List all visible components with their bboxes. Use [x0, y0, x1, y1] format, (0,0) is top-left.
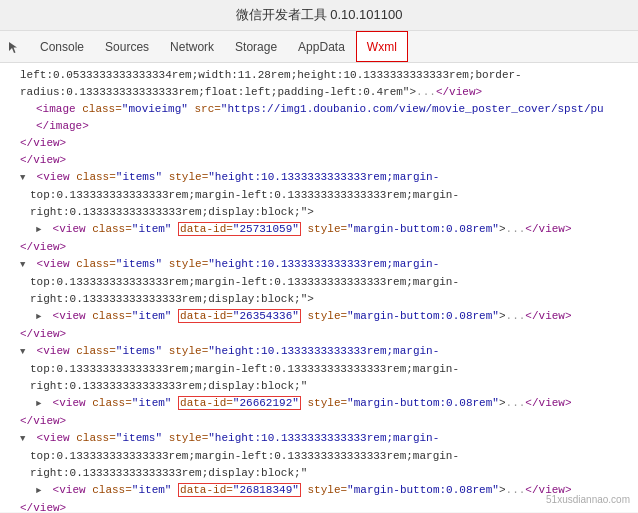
tab-appdata[interactable]: AppData: [288, 31, 356, 62]
code-line: <view class="item" data-id="26354336" st…: [0, 308, 638, 326]
code-line: top:0.133333333333333rem;margin-left:0.1…: [0, 361, 638, 378]
title-bar: 微信开发者工具 0.10.101100: [0, 0, 638, 31]
code-panel: left:0.0533333333333334rem;width:11.28re…: [0, 63, 638, 512]
code-line: right:0.133333333333333rem;display:block…: [0, 291, 638, 308]
cursor-icon[interactable]: [4, 37, 24, 57]
code-line: left:0.0533333333333334rem;width:11.28re…: [0, 67, 638, 84]
code-line: right:0.133333333333333rem;display:block…: [0, 378, 638, 395]
data-id-highlight: data-id="25731059": [178, 222, 301, 236]
code-line: <view class="item" data-id="26662192" st…: [0, 395, 638, 413]
code-line: </view>: [0, 326, 638, 343]
code-line: <view class="item" data-id="25731059" st…: [0, 221, 638, 239]
code-line: <view class="items" style="height:10.133…: [0, 430, 638, 448]
tab-sources[interactable]: Sources: [95, 31, 160, 62]
code-line: </view>: [0, 500, 638, 512]
data-id-highlight: data-id="26818349": [178, 483, 301, 497]
toolbar: Console Sources Network Storage AppData …: [0, 31, 638, 63]
code-line: <image class="movieimg" src="https://img…: [0, 101, 638, 118]
code-line: <view class="items" style="height:10.133…: [0, 343, 638, 361]
watermark: 51xusdiannao.com: [546, 494, 630, 505]
tab-storage[interactable]: Storage: [225, 31, 288, 62]
data-id-highlight: data-id="26662192": [178, 396, 301, 410]
tab-bar: Console Sources Network Storage AppData …: [30, 31, 408, 62]
code-line: </view>: [0, 239, 638, 256]
code-line: </view>: [0, 152, 638, 169]
code-line: </view>: [0, 413, 638, 430]
code-line: top:0.133333333333333rem;margin-left:0.1…: [0, 448, 638, 465]
code-line: <view class="item" data-id="26818349" st…: [0, 482, 638, 500]
code-line: </image>: [0, 118, 638, 135]
code-line: right:0.133333333333333rem;display:block…: [0, 204, 638, 221]
tab-console[interactable]: Console: [30, 31, 95, 62]
code-line: top:0.133333333333333rem;margin-left:0.1…: [0, 274, 638, 291]
code-line: </view>: [0, 135, 638, 152]
tab-network[interactable]: Network: [160, 31, 225, 62]
tab-wxml[interactable]: Wxml: [356, 31, 408, 62]
code-line: <view class="items" style="height:10.133…: [0, 169, 638, 187]
data-id-highlight: data-id="26354336": [178, 309, 301, 323]
code-line: right:0.133333333333333rem;display:block…: [0, 465, 638, 482]
code-line: <view class="items" style="height:10.133…: [0, 256, 638, 274]
app-title: 微信开发者工具 0.10.101100: [236, 7, 403, 22]
code-line: top:0.133333333333333rem;margin-left:0.1…: [0, 187, 638, 204]
code-line: radius:0.133333333333333rem;float:left;p…: [0, 84, 638, 101]
